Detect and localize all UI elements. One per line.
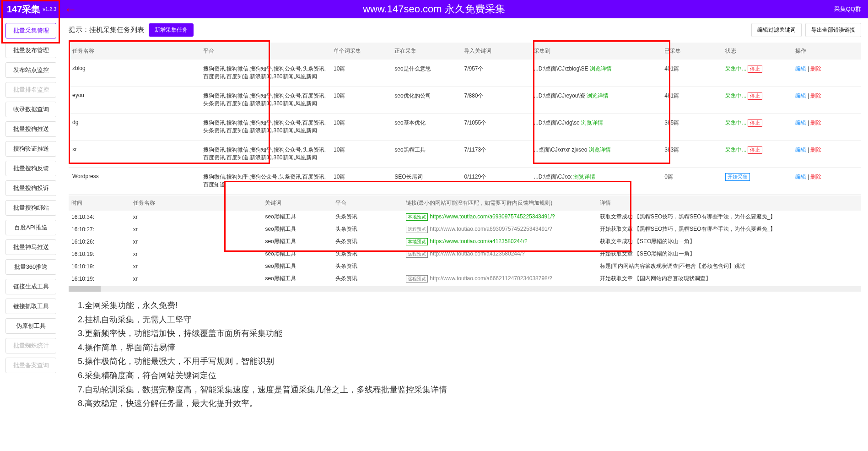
column-header: 导入关键词 [460,43,530,60]
stop-button[interactable]: 停止 [748,65,762,73]
feature-line: 6.采集精确度高，符合网站关键词定位 [78,369,852,383]
stop-button[interactable]: 停止 [748,119,762,127]
browse-detail-link[interactable]: 浏览详情 [589,147,611,153]
browse-detail-link[interactable]: 浏览详情 [587,92,609,99]
browse-detail-link[interactable]: 浏览详情 [573,174,595,180]
browse-detail-link[interactable]: 浏览详情 [590,65,612,72]
start-button[interactable]: 开始采集 [725,173,750,181]
delete-link[interactable]: 删除 [810,120,821,126]
table-row: dg搜狗资讯,搜狗微信,搜狗知乎,搜狗公众号,百度资讯,头条资讯,百度知道,新浪… [69,114,861,141]
tasks-table: 任务名称平台单个词采集正在采集导入关键词采集到已采集状态操作 zblog搜狗资讯… [69,43,861,195]
column-header: 任务名称 [130,196,263,211]
sidebar-item-10[interactable]: 百度API推送 [5,220,56,235]
app-version: v1.2.3 [43,6,56,12]
toolbar: 提示：挂机采集任务列表 新增采集任务 编辑过滤关键词 导出全部错误链接 [69,23,861,37]
preview-tag[interactable]: 远程预览 [406,275,428,283]
edit-link[interactable]: 编辑 [795,65,806,72]
feature-line: 4.操作简单，界面简洁易懂 [78,341,852,355]
delete-link[interactable]: 删除 [810,147,821,153]
filter-keywords-button[interactable]: 编辑过滤关键词 [751,23,802,37]
column-header: 链接(最小的网站可能没有匹配，如需要可群内反馈增加规则) [403,196,597,211]
column-header: 关键词 [262,196,333,211]
feature-line: 2.挂机自动采集，无需人工坚守 [78,313,852,327]
feature-line: 7.自动轮训采集，数据完整度高，智能采集速度，速度是普通采集几倍之上，多线程批量… [78,383,852,397]
sidebar-item-9[interactable]: 批量搜狗绑站 [5,200,56,216]
column-header: 状态 [722,43,791,60]
link-url[interactable]: http://www.toutiao.com/a6930975745225343… [430,226,552,232]
feature-line: 8.高效稳定，快速分解任务量，最大化提升效率。 [78,397,852,411]
log-row: 16:10:19:xrseo黑帽工具头条资讯远程预览http://www.tou… [69,272,861,285]
preview-tag[interactable]: 远程预览 [406,226,428,233]
preview-tag[interactable]: 本地预览 [406,238,428,245]
app-logo: 147采集 [7,3,40,16]
sidebar-item-15[interactable]: 伪原创工具 [5,318,56,334]
column-header: 采集到 [530,43,661,60]
header-title: www.147seo.com 永久免费采集 [363,2,505,16]
table-row: zblog搜狗资讯,搜狗微信,搜狗知乎,搜狗公众号,头条资讯,百度资讯,百度知道… [69,60,861,87]
preview-tag[interactable]: 远程预览 [406,250,428,258]
table-row: Wordpress搜狗微信,搜狗知乎,搜狗公众号,头条资讯,百度资讯,百度知道1… [69,168,861,195]
sidebar-item-11[interactable]: 批量神马推送 [5,239,56,255]
edit-link[interactable]: 编辑 [795,92,806,99]
sidebar-item-13[interactable]: 链接生成工具 [5,279,56,294]
feature-line: 3.更新频率快，功能增加快，持续覆盖市面所有采集功能 [78,326,852,341]
qq-group-link[interactable]: 采集QQ群 [834,5,861,13]
stop-button[interactable]: 停止 [748,92,762,100]
sidebar-item-6[interactable]: 搜狗验证推送 [5,141,56,157]
sidebar: 批量采集管理批量发布管理发布站点监控批量排名监控收录数据查询批量搜狗推送搜狗验证… [0,18,62,418]
link-url[interactable]: https://www.toutiao.com/a693097574522534… [430,213,555,220]
link-url[interactable]: http://www.toutiao.com/a6662112470234038… [430,275,552,282]
app-header: 147采集 v1.2.3 www.147seo.com 永久免费采集 采集QQ群 [0,0,868,18]
log-row: 16:10:34:xrseo黑帽工具头条资讯本地预览https://www.to… [69,211,861,223]
log-row: 16:10:19:xrseo黑帽工具头条资讯远程预览http://www.tou… [69,248,861,260]
new-task-button[interactable]: 新增采集任务 [149,23,194,37]
log-row: 16:10:27:xrseo黑帽工具头条资讯远程预览http://www.tou… [69,223,861,235]
delete-link[interactable]: 删除 [810,65,821,72]
table-row: eyou搜狗资讯,搜狗微信,搜狗知乎,搜狗公众号,百度资讯,头条资讯,百度知道,… [69,87,861,114]
log-row: 16:10:19:xrseo黑帽工具头条资讯标题[国内网站内容篡改现状调查]不包… [69,260,861,272]
delete-link[interactable]: 删除 [810,92,821,99]
toolbar-title: 提示：挂机采集任务列表 [69,26,144,34]
sidebar-item-1[interactable]: 批量发布管理 [5,43,56,58]
sidebar-item-12[interactable]: 批量360推送 [5,259,56,275]
sidebar-item-0[interactable]: 批量采集管理 [5,23,56,38]
preview-tag[interactable]: 本地预览 [406,213,428,221]
sidebar-item-3[interactable]: 批量排名监控 [5,82,56,98]
link-url[interactable]: https://www.toutiao.com/a4123580244/? [430,238,527,245]
sidebar-item-2[interactable]: 发布站点监控 [5,62,56,78]
feature-line: 5.操作极简化，功能最强大，不用手写规则，智能识别 [78,354,852,369]
sidebar-item-17[interactable]: 批量备案查询 [5,358,56,373]
column-header: 时间 [69,196,130,211]
sidebar-item-4[interactable]: 收录数据查询 [5,102,56,117]
feature-line: 1.全网采集功能，永久免费! [78,299,852,313]
table-row: xr搜狗资讯,搜狗微信,搜狗知乎,搜狗公众号,头条资讯,百度资讯,百度知道,新浪… [69,141,861,168]
column-header: 平台 [333,196,403,211]
log-scrollbar[interactable] [69,286,861,292]
sidebar-item-5[interactable]: 批量搜狗推送 [5,121,56,137]
sidebar-item-16[interactable]: 批量蜘蛛统计 [5,338,56,353]
browse-detail-link[interactable]: 浏览详情 [581,120,603,126]
annotation-arrow: ← [64,2,77,17]
features-list: 1.全网采集功能，永久免费!2.挂机自动采集，无需人工坚守3.更新频率快，功能增… [69,292,861,418]
log-table: 时间任务名称关键词平台链接(最小的网站可能没有匹配，如需要可群内反馈增加规则)详… [69,196,861,285]
edit-link[interactable]: 编辑 [795,174,806,180]
edit-link[interactable]: 编辑 [795,147,806,153]
export-errors-button[interactable]: 导出全部错误链接 [805,23,861,37]
sidebar-item-7[interactable]: 批量搜狗反馈 [5,161,56,176]
sidebar-item-8[interactable]: 批量搜狗投诉 [5,180,56,196]
column-header: 操作 [792,43,861,60]
content-area: 提示：挂机采集任务列表 新增采集任务 编辑过滤关键词 导出全部错误链接 任务名称… [62,18,868,418]
column-header: 已采集 [661,43,722,60]
column-header: 平台 [199,43,330,60]
column-header: 详情 [597,196,861,211]
column-header: 正在采集 [391,43,460,60]
log-row: 16:10:26:xrseo黑帽工具头条资讯本地预览https://www.to… [69,235,861,248]
sidebar-item-14[interactable]: 链接抓取工具 [5,299,56,314]
delete-link[interactable]: 删除 [810,174,821,180]
column-header: 单个词采集 [330,43,391,60]
link-url[interactable]: http://www.toutiao.com/a4123580244/? [430,250,524,257]
edit-link[interactable]: 编辑 [795,120,806,126]
column-header: 任务名称 [69,43,199,60]
stop-button[interactable]: 停止 [748,146,762,154]
